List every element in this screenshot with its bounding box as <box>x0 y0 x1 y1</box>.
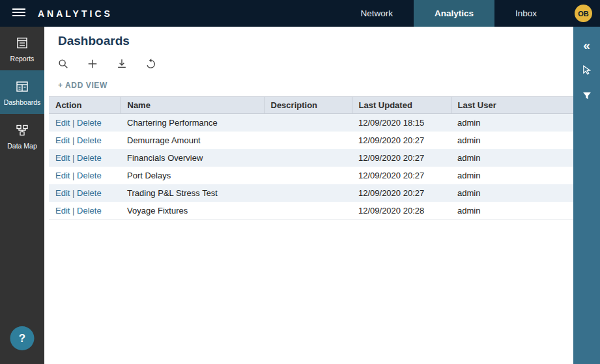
help-button[interactable]: ? <box>10 326 35 350</box>
sidebar-item-reports[interactable]: Reports <box>0 27 44 70</box>
row-last-user: admin <box>451 132 573 149</box>
edit-link[interactable]: Edit <box>55 135 70 145</box>
edit-link[interactable]: Edit <box>55 171 70 180</box>
delete-link[interactable]: Delete <box>77 206 102 216</box>
action-cell: Edit | Delete <box>49 132 121 149</box>
row-last-updated: 12/09/2020 20:27 <box>352 149 451 167</box>
row-last-updated: 12/09/2020 18:15 <box>352 114 451 132</box>
row-last-updated: 12/09/2020 20:28 <box>352 202 451 220</box>
delete-link[interactable]: Delete <box>77 171 102 180</box>
sidebar-item-label: Dashboards <box>4 98 41 106</box>
analytics-app: ANALYTICS Network Analytics Inbox OB Rep… <box>0 0 600 364</box>
delete-link[interactable]: Delete <box>77 188 102 198</box>
row-last-updated: 12/09/2020 20:27 <box>352 167 451 184</box>
action-separator: | <box>72 135 74 145</box>
edit-link[interactable]: Edit <box>55 206 70 216</box>
row-description <box>264 114 352 132</box>
row-description <box>264 167 352 184</box>
left-sidebar: Reports Dashboards Data Map ? <box>0 27 44 364</box>
table-row: Edit | Delete Voyage Fixtures 12/09/2020… <box>49 202 573 220</box>
add-icon[interactable] <box>87 58 98 70</box>
row-last-user: admin <box>451 202 573 220</box>
action-separator: | <box>72 118 74 128</box>
action-cell: Edit | Delete <box>49 202 121 220</box>
row-last-updated: 12/09/2020 20:27 <box>352 184 451 202</box>
table-header-row: Action Name Description Last Updated Las… <box>49 97 573 114</box>
search-icon[interactable] <box>57 58 69 70</box>
add-view-button[interactable]: + ADD VIEW <box>58 81 107 90</box>
collapse-panel-button[interactable]: « <box>573 32 600 58</box>
sidebar-item-dashboards[interactable]: Dashboards <box>0 70 44 114</box>
table-row: Edit | Delete Financials Overview 12/09/… <box>49 149 573 167</box>
sidebar-item-label: Reports <box>10 55 35 63</box>
action-separator: | <box>72 206 74 216</box>
sidebar-item-label: Data Map <box>7 142 37 150</box>
pointer-icon <box>581 64 592 78</box>
column-header-last-updated[interactable]: Last Updated <box>352 97 451 114</box>
topbar: ANALYTICS Network Analytics Inbox OB <box>0 0 600 27</box>
row-name: Demurrage Amount <box>121 132 264 149</box>
edit-link[interactable]: Edit <box>55 188 70 198</box>
delete-link[interactable]: Delete <box>77 118 102 128</box>
tab-network[interactable]: Network <box>339 0 414 27</box>
main-content: Dashboards + ADD VIEW Action <box>44 27 573 364</box>
row-description <box>264 132 352 149</box>
delete-link[interactable]: Delete <box>77 135 102 145</box>
edit-link[interactable]: Edit <box>55 153 70 163</box>
action-cell: Edit | Delete <box>49 167 121 184</box>
table-body: Edit | Delete Chartering Performance 12/… <box>49 114 573 220</box>
row-description <box>264 202 352 220</box>
row-last-user: admin <box>451 184 573 202</box>
right-sidebar: « <box>573 27 600 364</box>
row-last-user: admin <box>451 114 573 132</box>
filter-button[interactable] <box>573 84 600 110</box>
row-name: Voyage Fixtures <box>121 202 264 220</box>
action-cell: Edit | Delete <box>49 184 121 202</box>
sidebar-item-data-map[interactable]: Data Map <box>0 114 44 158</box>
row-name: Chartering Performance <box>121 114 264 132</box>
action-cell: Edit | Delete <box>49 114 121 132</box>
row-name: Trading P&L Stress Test <box>121 184 264 202</box>
column-header-description[interactable]: Description <box>264 97 352 114</box>
app-title: ANALYTICS <box>38 0 113 27</box>
row-description <box>264 149 352 167</box>
row-last-updated: 12/09/2020 20:27 <box>352 132 451 149</box>
row-last-user: admin <box>451 149 573 167</box>
top-navigation: Network Analytics Inbox <box>339 0 558 27</box>
action-separator: | <box>72 153 74 163</box>
table-row: Edit | Delete Port Delays 12/09/2020 20:… <box>49 167 573 184</box>
delete-link[interactable]: Delete <box>77 153 102 163</box>
pointer-tool-button[interactable] <box>573 58 600 84</box>
row-name: Port Delays <box>121 167 264 184</box>
filter-icon <box>582 91 592 104</box>
column-header-name[interactable]: Name <box>121 97 264 114</box>
edit-link[interactable]: Edit <box>55 118 70 128</box>
table-row: Edit | Delete Trading P&L Stress Test 12… <box>49 184 573 202</box>
hamburger-icon <box>12 8 25 20</box>
reset-icon[interactable] <box>145 58 157 70</box>
dashboards-icon <box>15 79 29 94</box>
column-header-action[interactable]: Action <box>49 97 121 114</box>
data-map-icon <box>15 123 29 137</box>
reports-icon <box>15 36 29 50</box>
row-description <box>264 184 352 202</box>
toolbar <box>44 48 573 70</box>
user-avatar[interactable]: OB <box>575 5 592 22</box>
row-name: Financials Overview <box>121 149 264 167</box>
dashboards-table: Action Name Description Last Updated Las… <box>49 96 573 220</box>
action-separator: | <box>72 188 74 198</box>
tab-inbox[interactable]: Inbox <box>494 0 558 27</box>
action-separator: | <box>72 171 74 180</box>
hamburger-menu-button[interactable] <box>0 0 38 27</box>
table-row: Edit | Delete Demurrage Amount 12/09/202… <box>49 132 573 149</box>
tab-analytics[interactable]: Analytics <box>414 0 494 27</box>
column-header-last-user[interactable]: Last User <box>451 97 573 114</box>
collapse-icon: « <box>583 39 590 51</box>
action-cell: Edit | Delete <box>49 149 121 167</box>
table-row: Edit | Delete Chartering Performance 12/… <box>49 114 573 132</box>
page-title: Dashboards <box>44 27 573 48</box>
download-icon[interactable] <box>116 58 128 70</box>
row-last-user: admin <box>451 167 573 184</box>
